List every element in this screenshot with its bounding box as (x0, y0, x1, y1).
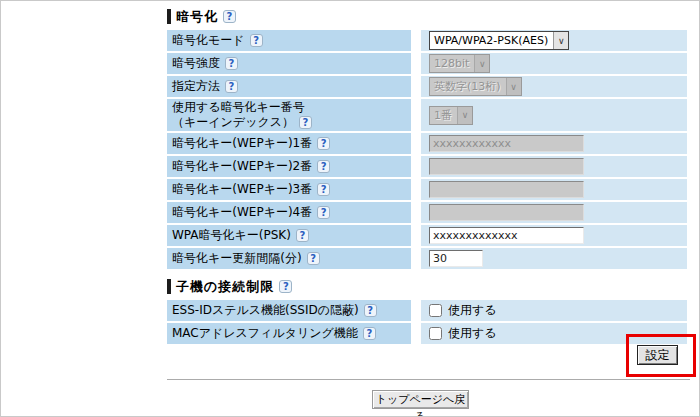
field-label: 暗号化キー(WEPキー)2番 ? (167, 156, 411, 177)
field-label: 暗号化モード ? (167, 30, 411, 51)
help-icon[interactable]: ? (317, 160, 330, 173)
help-icon[interactable]: ? (299, 116, 312, 129)
row-mac-filter: MACアドレスフィルタリング機能 ? 使用する (167, 323, 687, 344)
help-icon[interactable]: ? (363, 327, 376, 340)
field-label: ESS-IDステルス機能(SSIDの隠蔽) ? (167, 300, 411, 321)
help-icon[interactable]: ? (364, 304, 377, 317)
field-value: 1番 ∨ (421, 99, 687, 131)
help-icon[interactable]: ? (250, 34, 263, 47)
help-icon[interactable]: ? (317, 137, 330, 150)
select-value: WPA/WPA2-PSK(AES) (434, 34, 548, 47)
row-encryption-mode: 暗号化モード ? WPA/WPA2-PSK(AES) ∨ (167, 30, 687, 51)
label-text: 暗号化キー更新間隔(分) (172, 250, 302, 267)
help-icon[interactable]: ? (225, 57, 238, 70)
row-key-format: 指定方法 ? 英数字(13桁) ∨ (167, 76, 687, 97)
select-value: 英数字(13桁) (434, 79, 501, 94)
help-icon[interactable]: ? (223, 10, 236, 23)
field-label: 暗号化キー(WEPキー)4番 ? (167, 202, 411, 223)
key-update-interval-input[interactable] (429, 250, 483, 267)
field-label: WPA暗号化キー(PSK) ? (167, 225, 411, 246)
help-icon[interactable]: ? (317, 183, 330, 196)
help-icon[interactable]: ? (307, 252, 320, 265)
chevron-down-icon: ∨ (506, 78, 521, 95)
back-to-top-button[interactable]: トップページへ戻る (372, 390, 469, 409)
wep-key-4-input (429, 204, 584, 221)
checkbox-label: 使用する (448, 325, 497, 342)
field-value (421, 248, 687, 269)
wpa-psk-input[interactable] (429, 227, 584, 244)
wep-key-2-input (429, 158, 584, 175)
section-header-client-restriction: 子機の接続制限 ? (167, 278, 687, 295)
label-text: 暗号化キー(WEPキー)1番 (172, 135, 312, 152)
field-value (421, 156, 687, 177)
label-text: MACアドレスフィルタリング機能 (172, 325, 358, 342)
row-wep-key-4: 暗号化キー(WEPキー)4番 ? (167, 202, 687, 223)
help-icon[interactable]: ? (296, 229, 309, 242)
encryption-strength-select: 128bit ∨ (429, 54, 490, 73)
key-index-select: 1番 ∨ (429, 106, 473, 125)
section-title: 暗号化 (176, 8, 218, 26)
label-text: 暗号強度 (172, 55, 220, 72)
row-wep-key-1: 暗号化キー(WEPキー)1番 ? (167, 133, 687, 154)
chevron-down-icon: ∨ (457, 107, 472, 124)
section-bar-icon (167, 279, 171, 294)
field-label: 暗号化キー(WEPキー)1番 ? (167, 133, 411, 154)
field-value: 英数字(13桁) ∨ (421, 76, 687, 97)
label-text: 使用する暗号化キー番号 (172, 100, 305, 114)
settings-form: 暗号化 ? 暗号化モード ? WPA/WPA2-PSK(AES) ∨ 暗号強度 … (167, 8, 687, 346)
field-label: 暗号強度 ? (167, 53, 411, 74)
field-label: MACアドレスフィルタリング機能 ? (167, 323, 411, 344)
checkbox-label: 使用する (448, 302, 497, 319)
submit-button[interactable]: 設定 (637, 345, 678, 365)
label-text: 暗号化キー(WEPキー)3番 (172, 181, 312, 198)
label-text-line2: （キーインデックス） (172, 115, 294, 129)
row-wep-key-2: 暗号化キー(WEPキー)2番 ? (167, 156, 687, 177)
row-wep-key-3: 暗号化キー(WEPキー)3番 ? (167, 179, 687, 200)
wep-key-1-input (429, 135, 584, 152)
label-text: WPA暗号化キー(PSK) (172, 227, 291, 244)
key-format-select: 英数字(13桁) ∨ (429, 77, 522, 96)
row-wpa-psk: WPA暗号化キー(PSK) ? (167, 225, 687, 246)
divider (167, 379, 690, 380)
field-value: 使用する (421, 300, 687, 321)
label-text: 暗号化キー(WEPキー)4番 (172, 204, 312, 221)
field-label: 指定方法 ? (167, 76, 411, 97)
field-label: 暗号化キー(WEPキー)3番 ? (167, 179, 411, 200)
encryption-mode-select[interactable]: WPA/WPA2-PSK(AES) ∨ (429, 31, 569, 50)
wep-key-3-input (429, 181, 584, 198)
select-value: 1番 (434, 108, 452, 123)
section-title: 子機の接続制限 (176, 278, 274, 296)
help-icon[interactable]: ? (279, 280, 292, 293)
field-value (421, 225, 687, 246)
field-value (421, 179, 687, 200)
row-key-update-interval: 暗号化キー更新間隔(分) ? (167, 248, 687, 269)
mac-filter-checkbox[interactable] (429, 327, 442, 340)
label-text: 指定方法 (172, 78, 220, 95)
chevron-down-icon: ∨ (553, 32, 568, 49)
field-value (421, 202, 687, 223)
help-icon[interactable]: ? (317, 206, 330, 219)
field-value (421, 133, 687, 154)
ssid-stealth-checkbox[interactable] (429, 304, 442, 317)
field-value: WPA/WPA2-PSK(AES) ∨ (421, 30, 687, 51)
field-label: 暗号化キー更新間隔(分) ? (167, 248, 411, 269)
label-text: ESS-IDステルス機能(SSIDの隠蔽) (172, 302, 359, 319)
section-header-encryption: 暗号化 ? (167, 8, 687, 25)
section-bar-icon (167, 9, 171, 24)
field-label: 使用する暗号化キー番号 （キーインデックス）? (167, 99, 411, 131)
select-value: 128bit (434, 57, 469, 70)
row-encryption-strength: 暗号強度 ? 128bit ∨ (167, 53, 687, 74)
row-key-index: 使用する暗号化キー番号 （キーインデックス）? 1番 ∨ (167, 99, 687, 131)
label-text: 暗号化モード (172, 32, 245, 49)
router-settings-page: 暗号化 ? 暗号化モード ? WPA/WPA2-PSK(AES) ∨ 暗号強度 … (0, 0, 700, 417)
label-text: 暗号化キー(WEPキー)2番 (172, 158, 312, 175)
help-icon[interactable]: ? (225, 80, 238, 93)
row-ssid-stealth: ESS-IDステルス機能(SSIDの隠蔽) ? 使用する (167, 300, 687, 321)
field-value: 128bit ∨ (421, 53, 687, 74)
chevron-down-icon: ∨ (474, 55, 489, 72)
